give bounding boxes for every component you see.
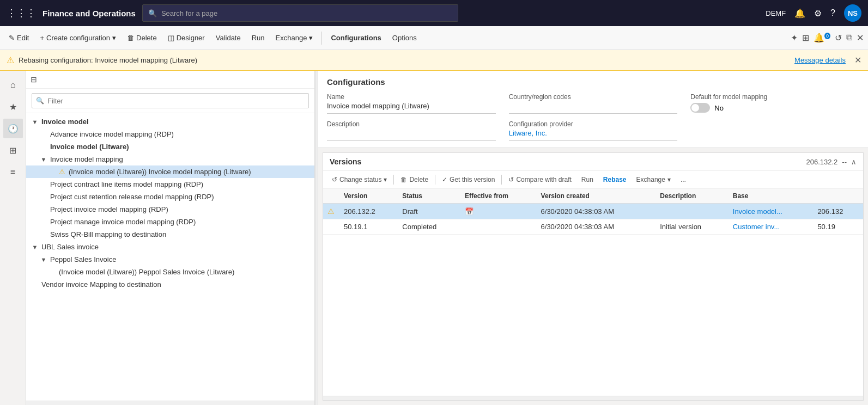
search-bar[interactable]: 🔍 Search for a page <box>142 4 458 22</box>
tree-label: Peppol Sales Invoice <box>50 255 116 263</box>
versions-horizontal-scroll[interactable] <box>323 396 863 400</box>
options-button[interactable]: Options <box>388 32 421 44</box>
tree-label: Project cust retention release model map… <box>50 193 214 201</box>
app-title: Finance and Operations <box>43 9 136 18</box>
row-version: 50.19.1 <box>339 219 398 235</box>
ver-separator-3 <box>501 175 502 185</box>
tree-item-project-cust[interactable]: Project cust retention release model map… <box>26 191 314 203</box>
layout-icon[interactable]: ⊞ <box>802 33 809 43</box>
collapse-icon[interactable]: ∧ <box>851 158 857 166</box>
tree-item-invoice-model-mapping[interactable]: ▼ Invoice model mapping <box>26 153 314 165</box>
versions-run-button[interactable]: Run <box>577 174 598 185</box>
tree-item-invoice-model-mapping-litware[interactable]: ⚠ (Invoice model (Litware)) Invoice mode… <box>26 165 314 178</box>
col-version: Version <box>339 189 398 204</box>
workspaces-icon[interactable]: ⊞ <box>3 140 23 160</box>
provider-link[interactable]: Litware, Inc. <box>509 129 547 137</box>
grid-menu-icon[interactable]: ⋮⋮⋮ <box>7 7 36 19</box>
rebase-button[interactable]: Rebase <box>599 174 631 185</box>
filter-funnel-icon[interactable]: ⊟ <box>31 75 37 84</box>
home-icon[interactable]: ⌂ <box>3 75 23 95</box>
tree-item-peppol-litware[interactable]: (Invoice model (Litware)) Peppol Sales I… <box>26 266 314 278</box>
tree-label: Invoice model <box>41 118 89 126</box>
expander-invoice-model: ▼ <box>31 119 39 125</box>
configurations-button[interactable]: Configurations <box>326 32 385 44</box>
tree-item-peppol-sales[interactable]: ▼ Peppol Sales Invoice <box>26 253 314 266</box>
tree-item-project-manage[interactable]: Project manage invoice model mapping (RD… <box>26 216 314 228</box>
tree-item-ubl-sales[interactable]: ▼ UBL Sales invoice <box>26 241 314 253</box>
favorites-icon[interactable]: ★ <box>3 97 23 116</box>
designer-icon: ◫ <box>168 34 174 42</box>
tree-item-swiss-qr[interactable]: Swiss QR-Bill mapping to destination <box>26 228 314 241</box>
edit-button[interactable]: ✎ Edit <box>4 32 33 44</box>
default-mapping-toggle[interactable] <box>690 103 710 113</box>
badge-icon[interactable]: 🔔0 <box>814 33 830 43</box>
compare-with-draft-button[interactable]: ↺ Compare with draft <box>504 174 575 185</box>
create-configuration-button[interactable]: + Create configuration ▾ <box>35 32 120 44</box>
window-icon[interactable]: ⧉ <box>846 33 852 43</box>
user-avatar[interactable]: NS <box>844 4 861 22</box>
row-effective-from <box>460 219 537 235</box>
tree-item-vendor-invoice[interactable]: Vendor invoice Mapping to destination <box>26 278 314 291</box>
tree-horizontal-scroll[interactable] <box>26 401 314 405</box>
table-row[interactable]: 50.19.1 Completed 6/30/2020 04:38:03 AM … <box>323 219 863 235</box>
country-value <box>509 102 678 114</box>
provider-value: Litware, Inc. <box>509 129 678 141</box>
notifications-icon[interactable]: 🔔 <box>794 8 805 19</box>
close-icon[interactable]: ✕ <box>857 33 864 43</box>
settings-icon[interactable]: ⚙ <box>814 8 822 19</box>
trash-small-icon: 🗑 <box>400 176 407 183</box>
get-this-version-button[interactable]: ✓ Get this version <box>438 174 499 185</box>
star-icon[interactable]: ✦ <box>791 33 798 43</box>
description-label: Description <box>327 120 496 128</box>
calendar-icon[interactable]: 📅 <box>465 207 474 216</box>
help-icon[interactable]: ? <box>830 8 835 18</box>
user-environment: DEMF <box>766 9 786 17</box>
run-button[interactable]: Run <box>247 32 269 44</box>
recent-icon[interactable]: 🕐 <box>3 119 23 138</box>
refresh-icon[interactable]: ↺ <box>835 33 842 43</box>
exchange-button[interactable]: Exchange ▾ <box>271 32 318 44</box>
message-details-link[interactable]: Message details <box>794 56 846 64</box>
tree-item-project-invoice[interactable]: Project invoice model mapping (RDP) <box>26 203 314 216</box>
warning-message: Rebasing configuration: Invoice model ma… <box>19 56 197 64</box>
more-options-button[interactable]: ... <box>676 174 690 185</box>
versions-exchange-button[interactable]: Exchange ▾ <box>632 174 675 185</box>
search-icon: 🔍 <box>148 9 157 17</box>
col-base: Base <box>729 189 863 204</box>
tree-item-invoice-model-litware[interactable]: Invoice model (Litware) <box>26 140 314 153</box>
row-effective-from: 📅 <box>460 204 537 219</box>
table-header-row: Version Status Effective from Version cr… <box>323 189 863 204</box>
country-label: Country/region codes <box>509 93 678 101</box>
change-status-button[interactable]: ↺ Change status ▾ <box>327 174 391 185</box>
tree-item-advance-invoice[interactable]: Advance invoice model mapping (RDP) <box>26 128 314 140</box>
designer-button[interactable]: ◫ Designer <box>163 32 209 44</box>
filter-input[interactable] <box>32 93 309 108</box>
refresh-small-icon: ↺ <box>332 176 337 183</box>
versions-toolbar: ↺ Change status ▾ 🗑 Delete ✓ Get this ve… <box>323 171 863 189</box>
list-icon[interactable]: ≡ <box>3 162 23 182</box>
default-mapping-label: Default for model mapping <box>690 93 859 101</box>
row-version-created: 6/30/2020 04:38:03 AM <box>537 204 656 219</box>
table-row[interactable]: ⚠ 206.132.2 Draft 📅 6/30/2020 04:38:03 A… <box>323 204 863 219</box>
row-base-link[interactable]: Invoice model... <box>729 204 814 219</box>
tree-item-invoice-model[interactable]: ▼ Invoice model <box>26 115 314 128</box>
versions-section: Versions 206.132.2 -- ∧ ↺ Change status … <box>323 152 864 401</box>
warning-icon: ⚠ <box>7 55 14 65</box>
exchange-dropdown-icon: ▾ <box>309 34 313 42</box>
row-version-created: 6/30/2020 04:38:03 AM <box>537 219 656 235</box>
default-mapping-value: No <box>714 104 724 112</box>
trash-icon: 🗑 <box>127 34 134 42</box>
delete-button[interactable]: 🗑 Delete <box>123 32 161 44</box>
versions-delete-button[interactable]: 🗑 Delete <box>396 174 433 185</box>
banner-close-button[interactable]: ✕ <box>854 55 861 65</box>
versions-title: Versions <box>330 157 361 166</box>
tree-item-project-contract[interactable]: Project contract line items model mappin… <box>26 178 314 191</box>
main-layout: ⌂ ★ 🕐 ⊞ ≡ ⊟ 🔍 ▼ Invoice model Advance in… <box>0 71 868 405</box>
row-base-link[interactable]: Customer inv... <box>729 219 814 235</box>
search-filter-icon: 🔍 <box>36 97 44 105</box>
expander-ubl: ▼ <box>31 244 39 250</box>
provider-field: Configuration provider Litware, Inc. <box>509 120 678 141</box>
row-status: Draft <box>398 204 460 219</box>
tree-label: Project invoice model mapping (RDP) <box>50 205 168 213</box>
validate-button[interactable]: Validate <box>211 32 245 44</box>
